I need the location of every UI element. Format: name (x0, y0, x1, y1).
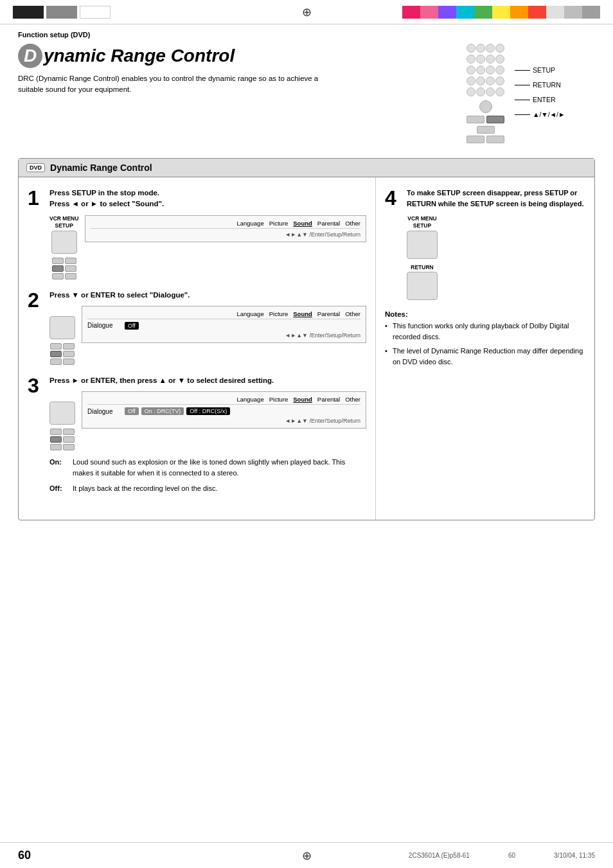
step2-enter-btn (50, 351, 62, 357)
remote-round-btn (479, 100, 492, 113)
step-4-content: To make SETUP screen disappear, press SE… (407, 188, 585, 300)
remote-dot (466, 44, 475, 53)
desc-off-term: Off: (49, 483, 67, 494)
step1-menu-diagram: Language Picture Sound Parental Other ◄►… (85, 215, 366, 242)
step-1-line1: Press SETUP in the stop mode. (49, 189, 159, 197)
tab-sound-2: Sound (293, 310, 312, 317)
label-line (515, 85, 530, 85)
note-item-2: The level of Dynamic Range Reduction may… (385, 346, 585, 367)
color-blocks-right (402, 6, 600, 19)
color-pink (402, 6, 420, 19)
title-area: Dynamic Range Control DRC (Dynamic Range… (18, 44, 595, 143)
remote-dot (466, 87, 475, 96)
right-column: 4 To make SETUP screen disappear, press … (376, 177, 594, 520)
step3-btn5 (63, 444, 75, 450)
remote-dots-grid (466, 44, 504, 143)
step-3-diagram: Language Picture Sound Parental Other Di… (49, 391, 366, 450)
bottom-bar: 60 ⊕ 2CS3601A (E)p58-61 60 3/10/04, 11:3… (0, 842, 613, 868)
descriptions-table: On: Loud sound such as explosion or the … (49, 457, 366, 494)
step3-opt-on-drc: On : DRC(TV) (141, 407, 184, 415)
step2-btn4 (63, 351, 75, 357)
remote-dot (486, 66, 495, 75)
label-line (515, 100, 530, 100)
step2-setup-btn (49, 316, 75, 339)
remote-label-return: RETURN (515, 78, 565, 93)
tab-sound-3: Sound (293, 396, 312, 403)
step4-setup-btn (407, 231, 438, 259)
remote-btn-row (466, 116, 484, 123)
step-4-instruction: To make SETUP screen disappear, press SE… (407, 188, 585, 209)
step-1-line2: Press ◄ or ► to select "Sound". (49, 200, 164, 208)
step3-menu-screen: Language Picture Sound Parental Other Di… (82, 391, 366, 432)
remote-dot (495, 55, 504, 64)
tab-picture-2: Picture (269, 310, 289, 317)
step-3-instruction: Press ► or ENTER, then press ▲ or ▼ to s… (49, 375, 366, 386)
remote-dot (466, 55, 475, 64)
step2-nav-hint: ◄►▲▼ /Enter/Setup/Return (87, 332, 360, 339)
color-red (528, 6, 546, 19)
function-label: Function setup (DVD) (18, 31, 595, 39)
step1-setup-btn (51, 231, 77, 254)
remote-dot (476, 66, 485, 75)
remote-dot (495, 44, 504, 53)
remote-dot (486, 44, 495, 53)
remote-label-enter: ENTER (515, 93, 565, 107)
step1-menu-tabs: Language Picture Sound Parental Other (91, 220, 360, 229)
enter-remote-label: ENTER (533, 93, 556, 107)
step-1: 1 Press SETUP in the stop mode. Press ◄ … (28, 188, 366, 279)
step3-opt-off: Off (125, 407, 139, 415)
remote-diagram-area: SETUP RETURN ENTER ▲/▼/◄/► (466, 44, 595, 143)
white-block-1 (80, 6, 111, 19)
tab-language: Language (236, 220, 263, 227)
remote-dot (486, 87, 495, 96)
desc-on-row: On: Loud sound such as explosion or the … (49, 457, 366, 478)
remote-dot (495, 76, 504, 85)
step2-menu-tabs: Language Picture Sound Parental Other (87, 310, 360, 319)
step2-menu-row: Dialogue Off (87, 322, 360, 330)
step3-menu-diagram: Language Picture Sound Parental Other Di… (82, 391, 366, 429)
step2-btn3 (63, 343, 75, 350)
remote-label-setup: SETUP (515, 63, 565, 78)
setup-remote-label: SETUP (533, 63, 555, 78)
desc-on-term: On: (49, 457, 67, 478)
color-orange (510, 6, 528, 19)
step2-right-btns (63, 343, 75, 365)
step4-vcr-setup: VCR MENU SETUP (407, 215, 585, 259)
title-text: ynamic Range Control (44, 46, 235, 66)
step1-enter-btn (52, 265, 64, 272)
step1-vcr-menu-label: VCR MENU SETUP (49, 215, 78, 229)
tab-parental-3: Parental (317, 396, 340, 403)
step3-opt-off-drc: Off : DRC(S/x) (186, 407, 230, 415)
label-line (515, 114, 530, 115)
tab-language-3: Language (236, 396, 263, 403)
notes-title: Notes: (385, 310, 585, 318)
step2-btn5 (63, 359, 75, 365)
step3-nav-area (50, 429, 75, 450)
step1-vcr-remote: VCR MENU SETUP (49, 215, 78, 279)
step4-vcr-label: VCR MENU SETUP (407, 215, 436, 229)
step2-menu-diagram: Language Picture Sound Parental Other Di… (82, 306, 366, 343)
step-4-number: 4 (385, 188, 400, 300)
remote-btn-extra2 (486, 136, 504, 143)
registration-mark-top: ⊕ (302, 5, 312, 19)
remote-dot (486, 55, 495, 64)
page-number: 60 (18, 849, 31, 862)
main-content-box: DVD Dynamic Range Control 1 Press SETUP … (18, 158, 595, 520)
title-left: Dynamic Range Control DRC (Dynamic Range… (18, 44, 454, 96)
color-cyan (456, 6, 474, 19)
title-description: DRC (Dynamic Range Control) enables you … (18, 73, 326, 96)
step2-vcr-remote (49, 306, 75, 365)
note-item-1: This function works only during playback… (385, 321, 585, 342)
step3-btn2 (50, 444, 62, 450)
step-2-content: Press ▼ or ENTER to select "Dialogue". (49, 290, 366, 365)
step-1-content: Press SETUP in the stop mode. Press ◄ or… (49, 188, 366, 279)
step4-return-btn (407, 272, 438, 300)
tab-sound: Sound (293, 220, 312, 227)
title-letter-d: D (18, 44, 42, 68)
color-lightgray (546, 6, 564, 19)
return-remote-label: RETURN (533, 78, 561, 93)
remote-dot (476, 55, 485, 64)
step1-btn3 (65, 258, 76, 264)
step3-menu-tabs: Language Picture Sound Parental Other (87, 396, 360, 405)
step1-btn4 (65, 265, 76, 272)
